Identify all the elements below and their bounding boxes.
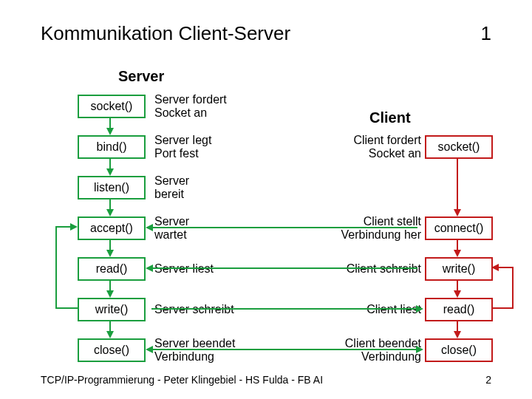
page-number-bottom: 2 (485, 374, 491, 386)
server-close-box: close() (78, 338, 146, 362)
arrow-down-icon (454, 209, 461, 216)
client-read-desc: Client liest (366, 303, 421, 316)
arrow-left-icon (146, 346, 153, 353)
page-number-top: 1 (481, 22, 491, 45)
server-socket-desc: Server fordertSocket an (154, 93, 227, 120)
footer-text: TCP/IP-Programmierung - Peter Klingebiel… (41, 374, 323, 386)
loop-line (497, 267, 514, 268)
server-read-box: read() (78, 257, 146, 281)
client-close-box: close() (425, 338, 493, 362)
arrow-left-icon (146, 265, 153, 272)
loop-line (55, 307, 78, 309)
server-accept-box: accept() (78, 216, 146, 240)
client-close-desc: Client beendetVerbindung (345, 337, 421, 364)
server-bind-desc: Server legtPort fest (154, 134, 211, 160)
client-write-box: write() (425, 257, 493, 281)
server-column-header: Server (118, 68, 164, 85)
arrow-right-icon (416, 305, 423, 313)
server-write-desc: Server schreibt (154, 303, 234, 316)
client-connect-box: connect() (425, 216, 493, 240)
arrow-down-icon (106, 209, 114, 216)
arrow-down-icon (106, 168, 114, 176)
arrow-down-icon (454, 290, 461, 298)
server-accept-desc: Serverwartet (154, 215, 189, 242)
client-socket-box: socket() (425, 135, 493, 159)
client-socket-desc: Client fordertSocket an (353, 134, 421, 160)
client-column-header: Client (369, 109, 411, 126)
arrow-left-icon (491, 264, 499, 271)
arrow-left-icon (146, 224, 153, 231)
loop-line (491, 307, 514, 309)
arrow-down-icon (454, 250, 461, 257)
comm-line-connect (151, 227, 417, 228)
server-listen-desc: Serverbereit (154, 174, 189, 201)
client-connect-desc: Client stelltVerbindung her (341, 215, 421, 242)
arrow-down-icon (106, 128, 114, 135)
server-read-desc: Server liest (154, 262, 214, 276)
page-title: Kommunikation Client-Server (41, 22, 290, 45)
loop-line (55, 226, 57, 309)
server-close-desc: Server beendetVerbindung (154, 337, 235, 364)
arrow-down-icon (106, 250, 114, 257)
arrow-down-icon (106, 331, 114, 338)
arrow-down-icon (106, 290, 114, 298)
server-bind-box: bind() (78, 135, 146, 159)
server-listen-box: listen() (78, 176, 146, 200)
arrow-stem (457, 157, 458, 211)
arrow-down-icon (454, 331, 461, 338)
client-write-desc: Client schreibt (347, 262, 421, 276)
loop-line (512, 267, 514, 309)
client-read-box: read() (425, 298, 493, 321)
arrow-right-icon (416, 346, 423, 353)
arrow-right-icon (70, 223, 78, 231)
server-write-box: write() (78, 298, 146, 321)
server-socket-box: socket() (78, 95, 146, 118)
comm-line-write-read (151, 267, 417, 269)
loop-line (55, 226, 72, 228)
comm-line-close (151, 349, 417, 350)
comm-line-read-write (151, 308, 417, 310)
